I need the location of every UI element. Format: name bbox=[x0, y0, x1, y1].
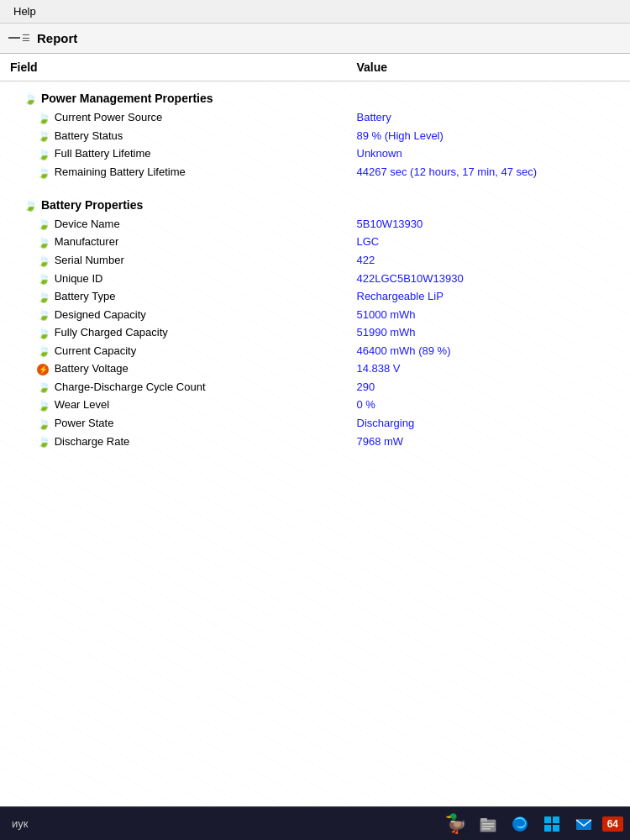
mail-icon[interactable] bbox=[570, 812, 597, 836]
svg-rect-4 bbox=[482, 828, 491, 830]
svg-rect-8 bbox=[544, 825, 551, 832]
value-remaining-battery-lifetime: 44267 sec (12 hours, 17 min, 47 sec) bbox=[347, 163, 631, 181]
leaf-icon-fbl: 🍃 bbox=[37, 149, 49, 160]
leaf-icon-dc: 🍃 bbox=[37, 309, 49, 321]
leaf-icon-bp: 🍃 bbox=[24, 200, 35, 212]
leaf-icon-cyc: 🍃 bbox=[37, 381, 49, 393]
taskbar-left: иук bbox=[7, 817, 33, 830]
value-power-state: Discharging bbox=[347, 414, 631, 433]
value-battery-status: 89 % (High Level) bbox=[347, 127, 631, 145]
row-unique-id: 🍃 Unique ID 422LGC5B10W13930 bbox=[0, 270, 630, 288]
windows-svg bbox=[543, 815, 561, 833]
edge-browser-icon[interactable] bbox=[507, 812, 533, 836]
row-fully-charged-capacity: 🍃 Fully Charged Capacity 51990 mWh bbox=[0, 323, 630, 342]
row-device-name: 🍃 Device Name 5B10W13930 bbox=[0, 215, 630, 234]
row-remaining-battery-lifetime: 🍃 Remaining Battery Lifetime 44267 sec (… bbox=[0, 163, 630, 181]
row-serial-number: 🍃 Serial Number 422 bbox=[0, 251, 630, 270]
duck-taskbar-icon[interactable]: 🦆 bbox=[443, 812, 470, 836]
value-current-power-source: Battery bbox=[347, 108, 631, 127]
leaf-icon: 🍃 bbox=[24, 93, 35, 105]
value-battery-type: Rechargeable LiP bbox=[347, 287, 631, 306]
taskbar-badge: 64 bbox=[602, 816, 623, 832]
spacer-1 bbox=[0, 181, 630, 188]
svg-rect-7 bbox=[553, 816, 559, 823]
row-battery-status: 🍃 Battery Status 89 % (High Level) bbox=[0, 127, 630, 145]
spacer-bottom bbox=[0, 450, 630, 484]
menu-help[interactable]: Help bbox=[7, 2, 43, 21]
leaf-icon-bs: 🍃 bbox=[37, 130, 49, 142]
report-header: ☰ Report bbox=[0, 24, 630, 54]
warning-icon-bv: ⚡ bbox=[37, 364, 49, 375]
taskbar-text-left: иук bbox=[7, 817, 33, 830]
mail-svg bbox=[575, 815, 593, 833]
leaf-icon-sn: 🍃 bbox=[37, 255, 49, 267]
section-power-management: 🍃 Power Management Properties bbox=[0, 81, 630, 109]
column-value: Value bbox=[347, 54, 631, 81]
row-wear-level: 🍃 Wear Level 0 % bbox=[0, 396, 630, 414]
leaf-icon-bt: 🍃 bbox=[37, 291, 49, 303]
value-cycle-count: 290 bbox=[347, 378, 631, 396]
value-battery-voltage: 14.838 V bbox=[347, 360, 631, 378]
leaf-icon-dn: 🍃 bbox=[37, 218, 49, 230]
svg-rect-9 bbox=[553, 825, 559, 832]
row-battery-type: 🍃 Battery Type Rechargeable LiP bbox=[0, 287, 630, 306]
edge-svg bbox=[511, 815, 529, 833]
row-current-power-source: 🍃 Current Power Source Battery bbox=[0, 108, 630, 127]
value-discharge-rate: 7968 mW bbox=[347, 433, 631, 451]
row-designed-capacity: 🍃 Designed Capacity 51000 mWh bbox=[0, 306, 630, 324]
svg-rect-3 bbox=[482, 826, 494, 827]
value-fully-charged-capacity: 51990 mWh bbox=[347, 323, 631, 342]
report-table: Field Value 🍃 Power Management Propertie… bbox=[0, 54, 630, 484]
report-icon: ☰ bbox=[8, 33, 30, 44]
section-battery-properties: 🍃 Battery Properties bbox=[0, 188, 630, 215]
value-unique-id: 422LGC5B10W13930 bbox=[347, 270, 631, 288]
value-wear-level: 0 % bbox=[347, 396, 631, 414]
leaf-icon-ps: 🍃 bbox=[37, 418, 49, 430]
row-full-battery-lifetime: 🍃 Full Battery Lifetime Unknown bbox=[0, 144, 630, 163]
value-current-capacity: 46400 mWh (89 %) bbox=[347, 342, 631, 360]
row-discharge-rate: 🍃 Discharge Rate 7968 mW bbox=[0, 433, 630, 451]
report-title: Report bbox=[37, 31, 77, 45]
leaf-icon-fcc: 🍃 bbox=[37, 328, 49, 339]
duck-emoji: 🦆 bbox=[444, 813, 467, 835]
leaf-icon-mfr: 🍃 bbox=[37, 237, 49, 249]
value-device-name: 5B10W13930 bbox=[347, 215, 631, 234]
windows-start-icon[interactable] bbox=[538, 812, 565, 836]
value-serial-number: 422 bbox=[347, 251, 631, 270]
leaf-icon-uid: 🍃 bbox=[37, 273, 49, 285]
leaf-icon-cps: 🍃 bbox=[37, 113, 49, 124]
row-battery-voltage: ⚡ Battery Voltage 14.838 V bbox=[0, 360, 630, 378]
row-cycle-count: 🍃 Charge-Discharge Cycle Count 290 bbox=[0, 378, 630, 396]
taskbar: иук 🦆 bbox=[0, 806, 630, 840]
svg-rect-6 bbox=[544, 816, 551, 823]
file-manager-svg bbox=[479, 815, 497, 833]
leaf-icon-rbl: 🍃 bbox=[37, 167, 49, 179]
svg-rect-1 bbox=[480, 818, 487, 822]
row-power-state: 🍃 Power State Discharging bbox=[0, 414, 630, 433]
column-field: Field bbox=[0, 54, 347, 81]
value-manufacturer: LGC bbox=[347, 233, 631, 251]
row-current-capacity: 🍃 Current Capacity 46400 mWh (89 %) bbox=[0, 342, 630, 360]
value-full-battery-lifetime: Unknown bbox=[347, 144, 631, 163]
taskbar-right: 🦆 bbox=[443, 812, 623, 836]
svg-rect-2 bbox=[482, 823, 494, 825]
leaf-icon-wl: 🍃 bbox=[37, 400, 49, 412]
row-manufacturer: 🍃 Manufacturer LGC bbox=[0, 233, 630, 251]
leaf-icon-cc: 🍃 bbox=[37, 345, 49, 357]
main-content: Field Value 🍃 Power Management Propertie… bbox=[0, 54, 630, 806]
leaf-icon-dr: 🍃 bbox=[37, 436, 49, 448]
value-designed-capacity: 51000 mWh bbox=[347, 306, 631, 324]
file-manager-icon[interactable] bbox=[475, 812, 501, 836]
svg-rect-10 bbox=[576, 819, 591, 830]
menu-bar: Help bbox=[0, 0, 630, 24]
